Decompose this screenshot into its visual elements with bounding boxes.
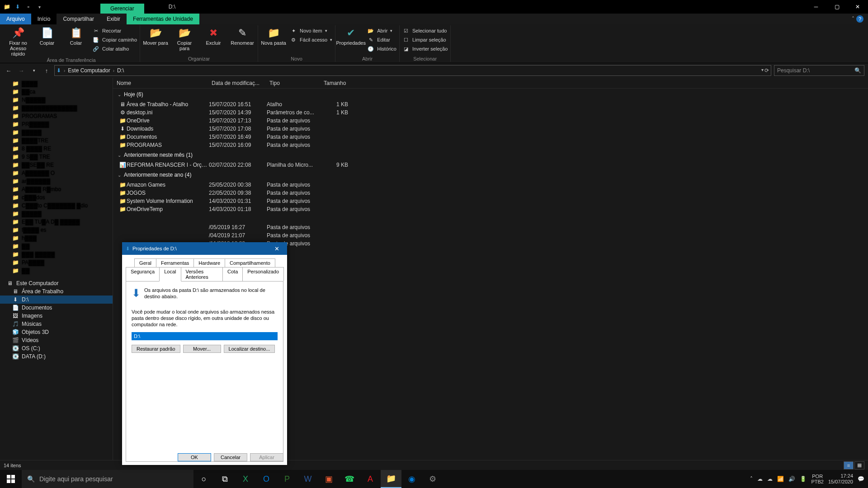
new-item-button[interactable]: ✦Novo item▾	[290, 27, 332, 35]
nav-quick-item[interactable]: 📁▓▓▓ ▓▓▓▓▓	[0, 250, 113, 258]
nav-quick-item[interactable]: 📁▓▓ca	[0, 88, 113, 96]
dialog-tab[interactable]: Hardware	[193, 258, 225, 267]
close-button[interactable]: ✕	[847, 0, 868, 14]
cancel-button[interactable]: Cancelar	[214, 453, 247, 461]
nav-quick-item[interactable]: 📁PA▓▓▓▓	[0, 258, 113, 267]
app-icon[interactable]: ▣	[318, 470, 339, 488]
dialog-tab[interactable]: Versões Anteriores	[181, 267, 223, 281]
nav-pc-item[interactable]: 💽OS (C:)	[0, 344, 113, 352]
dialog-tab[interactable]: Personalizado	[242, 267, 284, 281]
nav-pc-item[interactable]: 💽DATA (D:)	[0, 352, 113, 361]
nav-quick-item[interactable]: 📁▓▓▓▓	[0, 80, 113, 88]
properties-button[interactable]: ✔Propriedades	[338, 27, 363, 46]
explorer-taskbar-icon[interactable]: 📁	[381, 470, 401, 488]
new-folder-button[interactable]: 📁Nova pasta	[261, 27, 286, 46]
thumbnails-view-button[interactable]: ▦	[854, 461, 864, 469]
nav-pc-item[interactable]: 🎵Músicas	[0, 320, 113, 328]
nav-quick-item[interactable]: 📁▓▓	[0, 242, 113, 250]
address-dropdown-icon[interactable]: ▾	[761, 67, 764, 74]
onedrive-tray-icon[interactable]: ☁	[757, 476, 763, 482]
nav-pc-item[interactable]: 🖥Área de Trabalho	[0, 287, 113, 296]
breadcrumb-location[interactable]: D:\	[117, 67, 124, 74]
nav-quick-item[interactable]: 📁A▓▓▓▓▓▓ O	[0, 169, 113, 177]
manage-tab[interactable]: Gerenciar	[100, 4, 144, 14]
easy-access-button[interactable]: ⚙Fácil acesso▾	[290, 36, 332, 44]
maximize-button[interactable]: ▢	[826, 0, 847, 14]
edit-button[interactable]: ✎Editar	[367, 36, 396, 44]
tray-lang[interactable]: POR	[811, 474, 824, 479]
nav-pc-item[interactable]: 🎬Vídeos	[0, 336, 113, 344]
file-row[interactable]: /05/2019 16:27Pasta de arquivos	[113, 223, 868, 231]
file-row[interactable]: 📁Documentos15/07/2020 16:49Pasta de arqu…	[113, 133, 868, 141]
group-earlier-month[interactable]: ⌄Anteriormente neste mês (1)	[113, 149, 868, 161]
nav-quick-item[interactable]: 📁▓▓▓▓▓▓▓▓▓▓▓▓▓▓	[0, 104, 113, 112]
nav-pc-item[interactable]: 🖼Imagens	[0, 312, 113, 320]
excel-icon[interactable]: X	[235, 470, 256, 488]
dialog-tab[interactable]: Ferramentas	[156, 258, 194, 267]
navigation-pane[interactable]: 📁▓▓▓▓📁▓▓ca📁N▓▓▓▓▓📁▓▓▓▓▓▓▓▓▓▓▓▓▓▓📁PROGRAM…	[0, 78, 113, 460]
address-field[interactable]: ⬇ › Este Computador › D:\ ▾ ⟳	[54, 65, 771, 76]
file-row[interactable]: 📁OneDriveTemp14/03/2020 01:18Pasta de ar…	[113, 205, 868, 213]
tab-view[interactable]: Exibir	[100, 14, 127, 24]
copyto-button[interactable]: 📂Copiar para	[172, 27, 197, 51]
file-row[interactable]: ⚙desktop.ini15/07/2020 14:39Parâmetros d…	[113, 108, 868, 117]
file-row[interactable]: 📁OneDrive15/07/2020 17:13Pasta de arquiv…	[113, 117, 868, 125]
nav-quick-item[interactable]: 📁E▓▓ TU▓A D▓ ▓▓▓▓▓	[0, 218, 113, 226]
paste-shortcut-button[interactable]: 🔗Colar atalho	[92, 45, 137, 53]
project-icon[interactable]: P	[277, 470, 297, 488]
nav-quick-item[interactable]: 📁A▓▓▓▓ R▓mbo	[0, 185, 113, 193]
copy-path-button[interactable]: 📑Copiar caminho	[92, 36, 137, 44]
help-icon[interactable]: ?	[856, 15, 863, 23]
nav-up-button[interactable]: ↑	[42, 66, 52, 75]
nav-back-button[interactable]: ←	[4, 66, 14, 75]
nav-quick-item[interactable]: 📁c▓▓▓dos	[0, 193, 113, 202]
file-row[interactable]: /04/2019 21:07Pasta de arquivos	[113, 231, 868, 239]
nav-recent-button[interactable]: ▾	[29, 66, 39, 75]
task-view-icon[interactable]: ⧉	[214, 470, 235, 488]
nav-pc-item[interactable]: 📄Documentos	[0, 304, 113, 312]
system-tray[interactable]: ˄ ☁ ☁ 📶 🔊 🔋 POR PTB2 17:24 15/07/2020 💬	[746, 473, 868, 485]
qat-down-icon[interactable]: ⬇	[14, 3, 22, 11]
breadcrumb-pc[interactable]: Este Computador	[68, 67, 110, 74]
ribbon-collapse[interactable]: ˄ ?	[847, 14, 868, 24]
settings-icon[interactable]: ⚙	[422, 470, 443, 488]
file-row[interactable]: 📁System Volume Information14/03/2020 01:…	[113, 197, 868, 205]
qat-props-icon[interactable]: ▫	[24, 3, 33, 11]
group-today[interactable]: ⌄Hoje (6)	[113, 89, 868, 100]
move-button[interactable]: Mover...	[183, 345, 221, 353]
file-row[interactable]: 📁JOGOS22/05/2020 09:38Pasta de arquivos	[113, 189, 868, 197]
nav-quick-item[interactable]: 📁N▓▓▓▓▓	[0, 96, 113, 104]
delete-button[interactable]: ✖Excluir	[201, 27, 226, 46]
volume-icon[interactable]: 🔊	[788, 476, 795, 482]
select-none-button[interactable]: ☐Limpar seleção	[402, 36, 448, 44]
group-earlier-year[interactable]: ⌄Anteriormente neste ano (4)	[113, 169, 868, 181]
nav-quick-item[interactable]: 📁▓▓▓▓▓	[0, 128, 113, 136]
dialog-tab[interactable]: Segurança	[126, 267, 160, 281]
details-view-button[interactable]: ≡	[844, 461, 854, 469]
history-button[interactable]: 🕘Histórico	[367, 45, 396, 53]
nav-quick-item[interactable]: 📁h▓▓▓	[0, 234, 113, 242]
select-all-button[interactable]: ☑Selecionar tudo	[402, 27, 448, 35]
notifications-icon[interactable]: 💬	[858, 476, 864, 482]
nav-this-pc[interactable]: 🖥Este Computador	[0, 279, 113, 287]
battery-icon[interactable]: 🔋	[800, 476, 807, 482]
pin-quick-access-button[interactable]: 📌Fixar no Acesso rápido	[5, 27, 31, 56]
dialog-close-button[interactable]: ✕	[270, 242, 283, 255]
paste-button[interactable]: 📋Colar	[63, 27, 89, 46]
cortana-icon[interactable]: ○	[193, 470, 214, 488]
nav-quick-item[interactable]: 📁▓▓SE▓▓ RE	[0, 161, 113, 169]
nav-quick-item[interactable]: 📁f▓▓▓▓ es	[0, 226, 113, 234]
nav-quick-item[interactable]: 📁C▓▓▓to C▓▓▓▓▓▓▓ ▓dio	[0, 202, 113, 210]
ok-button[interactable]: OK	[178, 453, 211, 461]
nav-forward-button[interactable]: →	[16, 66, 26, 75]
tray-kbd[interactable]: PTB2	[811, 479, 824, 484]
tray-date[interactable]: 15/07/2020	[828, 479, 853, 485]
word-icon[interactable]: W	[297, 470, 318, 488]
apply-button[interactable]: Aplicar	[250, 453, 283, 461]
onedrive-tray-icon-2[interactable]: ☁	[767, 476, 773, 482]
nav-quick-item[interactable]: 📁9 S▓▓ TRE	[0, 153, 113, 161]
tab-file[interactable]: Arquivo	[0, 14, 31, 24]
acrobat-icon[interactable]: A	[360, 470, 381, 488]
nav-quick-item[interactable]: 📁▓▓	[0, 267, 113, 275]
cut-button[interactable]: ✂Recortar	[92, 27, 137, 35]
